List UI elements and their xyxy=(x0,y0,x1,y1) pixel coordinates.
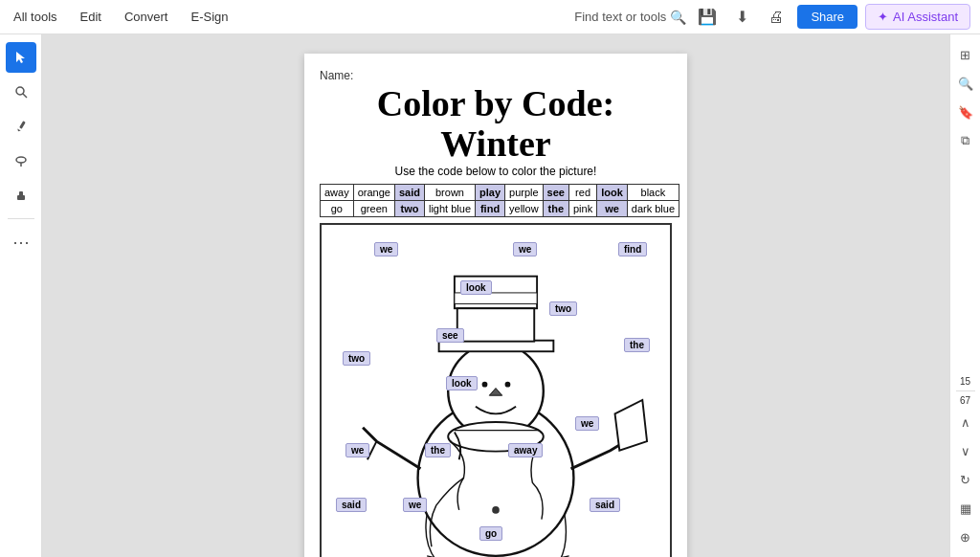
page-total: 67 xyxy=(950,395,980,406)
doc-area: Name: Color by Code: Winter Use the code… xyxy=(42,34,949,557)
page-down-btn[interactable]: ∨ xyxy=(953,438,978,463)
word-we-4: we xyxy=(345,443,369,457)
code-black: black xyxy=(627,184,679,200)
word-look-1: look xyxy=(460,280,492,295)
document-page: Name: Color by Code: Winter Use the code… xyxy=(304,54,687,557)
code-darkblue: dark blue xyxy=(627,200,679,216)
code-away: away xyxy=(321,184,354,200)
word-go: go xyxy=(479,526,502,541)
zoom-in-btn[interactable]: ⊕ xyxy=(953,524,978,549)
right-tool-layout[interactable]: ⊞ xyxy=(953,42,978,67)
svg-point-16 xyxy=(505,381,511,387)
svg-rect-3 xyxy=(19,121,26,128)
word-two-1: two xyxy=(549,301,577,316)
menu-esign[interactable]: E-Sign xyxy=(187,6,232,28)
code-said: said xyxy=(394,184,424,200)
word-we-2: we xyxy=(513,242,537,256)
code-two: two xyxy=(394,200,424,216)
code-red: red xyxy=(568,184,596,200)
code-orange-label: orange xyxy=(353,184,394,200)
svg-point-5 xyxy=(16,157,26,163)
tool-more[interactable]: ⋯ xyxy=(6,227,36,257)
tool-zoom[interactable] xyxy=(6,77,36,107)
word-look-2: look xyxy=(446,376,478,390)
rotate-btn[interactable]: ↻ xyxy=(953,467,978,492)
code-go: go xyxy=(321,200,354,216)
svg-marker-0 xyxy=(16,52,25,63)
word-said-2: said xyxy=(590,498,620,512)
download-icon[interactable]: ⬇ xyxy=(728,4,755,31)
menubar-right: Find text or tools 🔍 💾 ⬇ 🖨 Share ✦ AI As… xyxy=(574,4,970,31)
ai-assistant-button[interactable]: ✦ AI Assistant xyxy=(865,4,970,30)
code-brown: brown xyxy=(424,184,475,200)
word-two-2: two xyxy=(343,351,370,366)
content-area: ⋯ Name: Color by Code: Winter Use the co… xyxy=(0,34,980,557)
menu-edit[interactable]: Edit xyxy=(77,6,105,28)
code-yellow: yellow xyxy=(505,200,544,216)
svg-point-15 xyxy=(482,381,488,387)
sidebar-divider xyxy=(8,218,34,219)
svg-line-2 xyxy=(23,94,27,98)
word-see: see xyxy=(436,328,464,343)
document-title: Color by Code: Winter xyxy=(320,84,672,165)
word-we-3: we xyxy=(575,416,599,431)
tool-pen[interactable] xyxy=(6,111,36,142)
code-table: away orange said brown play purple see r… xyxy=(320,184,679,217)
code-pink: pink xyxy=(568,200,596,216)
tool-cursor[interactable] xyxy=(6,42,36,73)
svg-point-20 xyxy=(492,506,500,514)
svg-marker-4 xyxy=(16,128,20,132)
left-sidebar: ⋯ xyxy=(0,34,42,557)
code-find: find xyxy=(476,200,505,216)
word-said-1: said xyxy=(336,498,367,512)
word-find: find xyxy=(618,242,647,256)
page-divider xyxy=(956,390,975,391)
share-button[interactable]: Share xyxy=(797,5,858,29)
code-the: the xyxy=(543,200,568,216)
page-current: 15 xyxy=(950,376,980,387)
tool-lasso[interactable] xyxy=(6,145,36,176)
code-see: see xyxy=(543,184,568,200)
word-we-5: we xyxy=(403,498,427,512)
right-tool-copy[interactable]: ⧉ xyxy=(953,128,978,153)
svg-rect-13 xyxy=(457,308,534,341)
word-away: away xyxy=(508,443,543,457)
tool-stamp[interactable] xyxy=(6,180,36,211)
code-we: we xyxy=(597,200,628,216)
word-the-2: the xyxy=(425,443,451,457)
menu-all-tools[interactable]: All tools xyxy=(10,6,61,28)
menu-convert[interactable]: Convert xyxy=(121,6,172,28)
code-lightblue: light blue xyxy=(424,200,475,216)
thumbnail-btn[interactable]: ▦ xyxy=(953,496,978,521)
right-tool-bookmark[interactable]: 🔖 xyxy=(953,100,978,124)
code-look: look xyxy=(597,184,628,200)
code-green: green xyxy=(353,200,394,216)
ai-icon: ✦ xyxy=(878,10,888,24)
search-icon: 🔍 xyxy=(670,10,686,25)
svg-point-1 xyxy=(16,87,24,95)
print-icon[interactable]: 🖨 xyxy=(763,4,790,31)
word-we-1: we xyxy=(374,242,398,256)
code-purple: purple xyxy=(505,184,544,200)
svg-marker-19 xyxy=(615,400,648,451)
find-tools-btn[interactable]: Find text or tools 🔍 xyxy=(574,10,686,25)
snowman-area: we we find look two see the two look we … xyxy=(320,223,672,557)
document-subtitle: Use the code below to color the picture! xyxy=(320,165,672,178)
name-line: Name: xyxy=(320,69,672,82)
right-tool-search[interactable]: 🔍 xyxy=(953,71,978,96)
code-play: play xyxy=(476,184,505,200)
save-icon[interactable]: 💾 xyxy=(694,4,721,31)
svg-rect-8 xyxy=(19,191,23,196)
page-up-btn[interactable]: ∧ xyxy=(953,410,978,434)
menubar: All tools Edit Convert E-Sign Find text … xyxy=(0,0,980,34)
right-sidebar: ⊞ 🔍 🔖 ⧉ 15 67 ∧ ∨ ↻ ▦ ⊕ xyxy=(949,34,980,557)
word-the-1: the xyxy=(624,338,650,352)
